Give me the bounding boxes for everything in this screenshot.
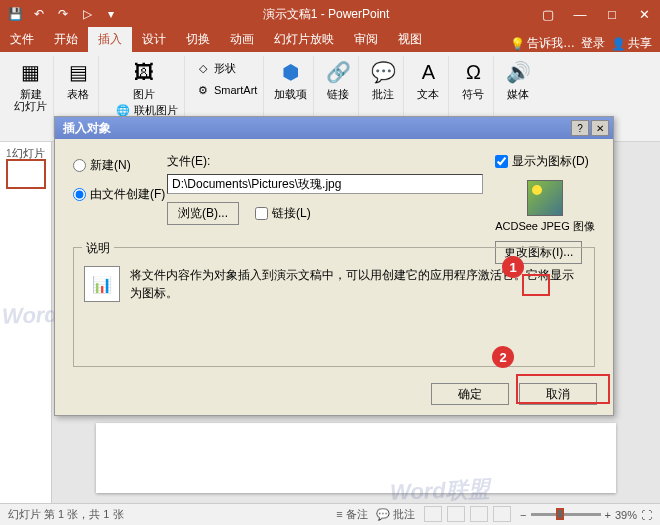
icon-caption: ACDSee JPEG 图像 (495, 220, 595, 233)
tab-review[interactable]: 审阅 (344, 27, 388, 52)
quick-access-toolbar: 💾 ↶ ↷ ▷ ▾ (0, 5, 120, 23)
slide-count-label: 幻灯片 第 1 张，共 1 张 (8, 507, 336, 522)
text-icon: A (414, 58, 442, 86)
view-buttons (423, 506, 512, 524)
share-icon: 👤 (611, 37, 626, 51)
file-path-input[interactable] (167, 174, 483, 194)
slideshow-icon[interactable]: ▷ (78, 5, 96, 23)
undo-icon[interactable]: ↶ (30, 5, 48, 23)
file-label: 文件(E): (167, 153, 483, 170)
normal-view-icon[interactable] (424, 506, 442, 522)
bulb-icon: 💡 (510, 37, 525, 51)
tab-file[interactable]: 文件 (0, 27, 44, 52)
symbol-button[interactable]: Ω 符号 (459, 58, 487, 100)
tab-transitions[interactable]: 切换 (176, 27, 220, 52)
share-button[interactable]: 👤共享 (611, 35, 652, 52)
qat-more-icon[interactable]: ▾ (102, 5, 120, 23)
description-icon: 📊 (84, 266, 120, 302)
smartart-icon: ⚙ (195, 82, 211, 98)
symbol-icon: Ω (459, 58, 487, 86)
radio-new[interactable]: 新建(N) (73, 157, 165, 174)
media-icon: 🔊 (504, 58, 532, 86)
callout-2: 2 (492, 346, 514, 368)
display-as-icon-checkbox[interactable]: 显示为图标(D) (495, 153, 595, 170)
dialog-help-button[interactable]: ? (571, 120, 589, 136)
dialog-titlebar: 插入对象 ? ✕ (55, 117, 613, 139)
tab-home[interactable]: 开始 (44, 27, 88, 52)
table-icon: ▤ (64, 58, 92, 86)
comment-icon: 💬 (369, 58, 397, 86)
ribbon-tabs: 文件 开始 插入 设计 切换 动画 幻灯片放映 审阅 视图 💡告诉我… 登录 👤… (0, 28, 660, 52)
insert-object-dialog: 插入对象 ? ✕ 新建(N) 由文件创建(F) 文件(E): 浏览(B)... … (54, 116, 614, 416)
addins-button[interactable]: ⬢ 加载项 (274, 58, 307, 100)
zoom-value[interactable]: 39% (615, 509, 637, 521)
notes-button[interactable]: ≡ 备注 (336, 507, 367, 522)
ok-button[interactable]: 确定 (431, 383, 509, 405)
ribbon-display-icon[interactable]: ▢ (532, 0, 564, 28)
window-buttons: ▢ — □ ✕ (532, 0, 660, 28)
window-title: 演示文稿1 - PowerPoint (120, 6, 532, 23)
new-slide-button[interactable]: ▦ 新建 幻灯片 (14, 58, 47, 112)
picture-icon: 🖼 (130, 58, 158, 86)
browse-button[interactable]: 浏览(B)... (167, 202, 239, 225)
shapes-icon: ◇ (195, 60, 211, 76)
fit-to-window-icon[interactable]: ⛶ (641, 509, 652, 521)
cancel-button[interactable]: 取消 (519, 383, 597, 405)
zoom-in-button[interactable]: + (605, 509, 611, 521)
slideshow-view-icon[interactable] (493, 506, 511, 522)
reading-view-icon[interactable] (470, 506, 488, 522)
radio-from-file[interactable]: 由文件创建(F) (73, 186, 165, 203)
minimize-icon[interactable]: — (564, 0, 596, 28)
tellme[interactable]: 💡告诉我… (510, 35, 575, 52)
tab-view[interactable]: 视图 (388, 27, 432, 52)
picture-button[interactable]: 🖼 图片 (130, 58, 158, 100)
title-bar: 💾 ↶ ↷ ▷ ▾ 演示文稿1 - PowerPoint ▢ — □ ✕ (0, 0, 660, 28)
description-legend: 说明 (82, 240, 114, 257)
comment-button[interactable]: 💬 批注 (369, 58, 397, 100)
redo-icon[interactable]: ↷ (54, 5, 72, 23)
dialog-close-button[interactable]: ✕ (591, 120, 609, 136)
zoom-control: − + 39% ⛶ (520, 509, 652, 521)
callout-1: 1 (502, 256, 524, 278)
link-icon: 🔗 (324, 58, 352, 86)
close-icon[interactable]: ✕ (628, 0, 660, 28)
shapes-button[interactable]: ◇形状 (195, 58, 257, 78)
addins-icon: ⬢ (277, 58, 305, 86)
acdsee-icon (527, 180, 563, 216)
tab-slideshow[interactable]: 幻灯片放映 (264, 27, 344, 52)
new-slide-icon: ▦ (17, 58, 45, 86)
maximize-icon[interactable]: □ (596, 0, 628, 28)
smartart-button[interactable]: ⚙SmartArt (195, 80, 257, 100)
slides-panel-label: 幻灯片 (12, 146, 45, 161)
table-button[interactable]: ▤ 表格 (64, 58, 92, 100)
zoom-out-button[interactable]: − (520, 509, 526, 521)
slide-thumbnails: 1 (0, 142, 52, 503)
slide-canvas[interactable] (96, 423, 616, 493)
zoom-slider[interactable] (531, 513, 601, 516)
media-button[interactable]: 🔊 媒体 (504, 58, 532, 100)
icon-preview: ACDSee JPEG 图像 (495, 180, 595, 233)
link-button[interactable]: 🔗 链接 (324, 58, 352, 100)
tab-design[interactable]: 设计 (132, 27, 176, 52)
dialog-title: 插入对象 (59, 120, 571, 137)
tab-animations[interactable]: 动画 (220, 27, 264, 52)
sorter-view-icon[interactable] (447, 506, 465, 522)
status-bar: 幻灯片 第 1 张，共 1 张 ≡ 备注 💬 批注 − + 39% ⛶ (0, 503, 660, 525)
comments-button[interactable]: 💬 批注 (376, 507, 415, 522)
slide-thumbnail-1[interactable] (6, 159, 46, 189)
tab-insert[interactable]: 插入 (88, 27, 132, 52)
link-checkbox[interactable]: 链接(L) (255, 205, 311, 222)
text-button[interactable]: A 文本 (414, 58, 442, 100)
save-icon[interactable]: 💾 (6, 5, 24, 23)
signin-link[interactable]: 登录 (581, 35, 605, 52)
